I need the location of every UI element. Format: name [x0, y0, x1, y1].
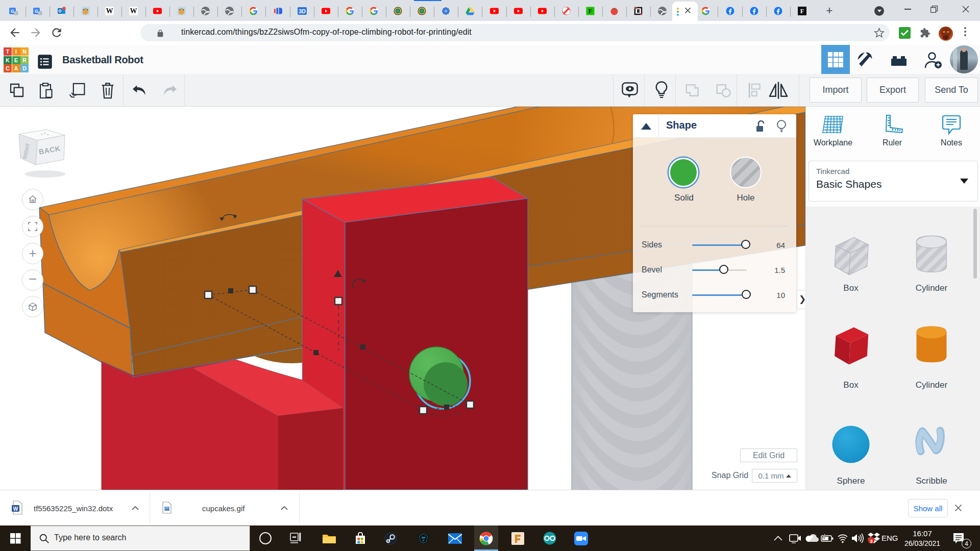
- svg-text:F: F: [800, 8, 804, 15]
- svg-text:3D: 3D: [299, 8, 306, 14]
- svg-text:文: 文: [38, 11, 42, 15]
- svg-text:W: W: [13, 506, 18, 512]
- svg-text:3: 3: [870, 538, 872, 544]
- svg-text:F: F: [589, 8, 592, 15]
- svg-text:文: 文: [14, 11, 18, 15]
